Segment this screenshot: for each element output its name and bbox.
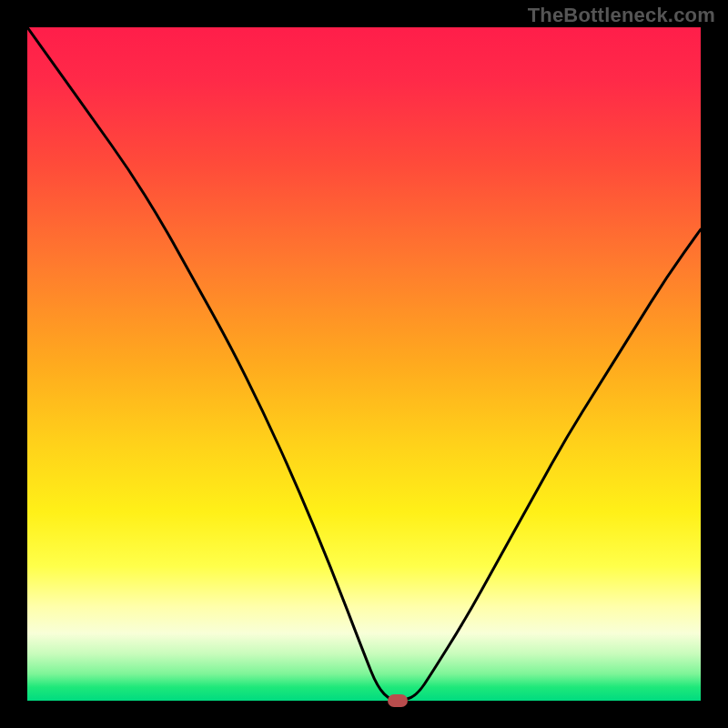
bottleneck-curve xyxy=(27,27,701,701)
plot-area xyxy=(27,27,701,701)
optimal-point-marker xyxy=(388,694,408,707)
watermark-text: TheBottleneck.com xyxy=(528,4,715,27)
chart-frame: TheBottleneck.com xyxy=(0,0,728,728)
